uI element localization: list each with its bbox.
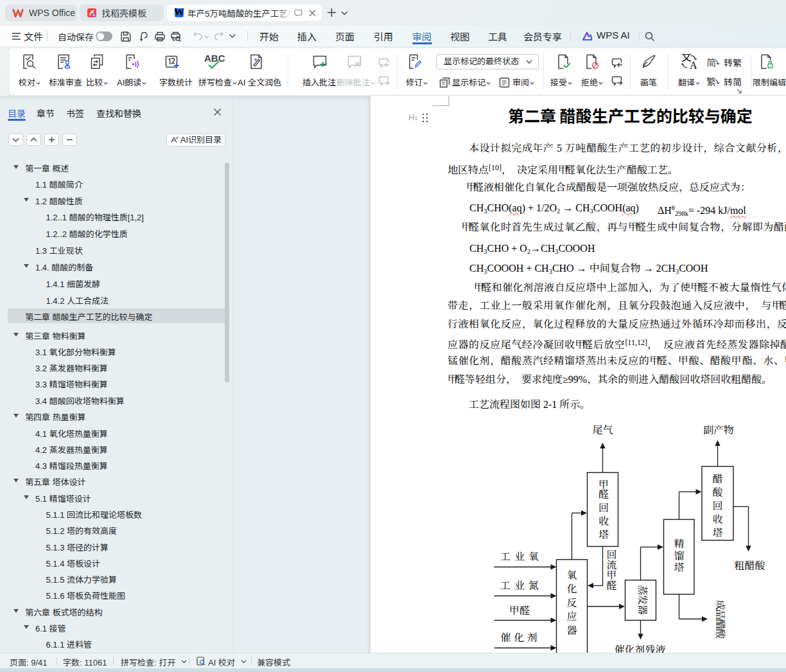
svg-text:酸: 酸 [715, 628, 726, 639]
svg-text:副产物: 副产物 [703, 425, 734, 436]
svg-text:A: A [690, 60, 697, 69]
svg-text:甲醛: 甲醛 [509, 605, 530, 616]
svg-text:品: 品 [715, 609, 726, 619]
svg-text:精: 精 [674, 538, 684, 549]
svg-text:回: 回 [712, 500, 722, 511]
svg-text:甲: 甲 [606, 570, 616, 581]
svg-text:成: 成 [715, 599, 726, 610]
svg-text:氧: 氧 [566, 570, 577, 581]
svg-text:流: 流 [606, 560, 616, 570]
svg-text:发: 发 [637, 595, 648, 605]
svg-text:尾气: 尾气 [593, 425, 613, 436]
svg-text:回: 回 [606, 549, 616, 560]
svg-text:醋: 醋 [712, 473, 722, 484]
svg-text:催化剂残液: 催化剂残液 [615, 644, 666, 653]
svg-text:塔: 塔 [712, 527, 722, 538]
svg-text:器: 器 [566, 625, 577, 636]
svg-text:醛: 醛 [598, 489, 609, 500]
svg-text:回: 回 [598, 502, 609, 513]
svg-text:馏: 馏 [674, 551, 684, 561]
svg-text:反: 反 [566, 597, 577, 608]
svg-text:工业氧: 工业氧 [500, 551, 543, 562]
svg-text:塔: 塔 [598, 529, 609, 540]
svg-text:酸: 酸 [712, 487, 722, 498]
svg-text:收: 收 [598, 516, 609, 527]
svg-text:化: 化 [566, 583, 577, 594]
svg-text:粗醋酸: 粗醋酸 [735, 560, 765, 571]
svg-text:器: 器 [637, 605, 648, 615]
svg-text:醋: 醋 [715, 619, 726, 629]
svg-text:蒸: 蒸 [637, 585, 648, 595]
svg-text:应: 应 [566, 611, 577, 622]
svg-text:催化剂: 催化剂 [500, 632, 541, 643]
svg-text:收: 收 [712, 514, 722, 525]
svg-text:W: W [175, 8, 184, 17]
svg-text:塔: 塔 [674, 562, 684, 573]
svg-text:工业氮: 工业氮 [500, 580, 543, 591]
svg-text:醛: 醛 [606, 580, 616, 591]
